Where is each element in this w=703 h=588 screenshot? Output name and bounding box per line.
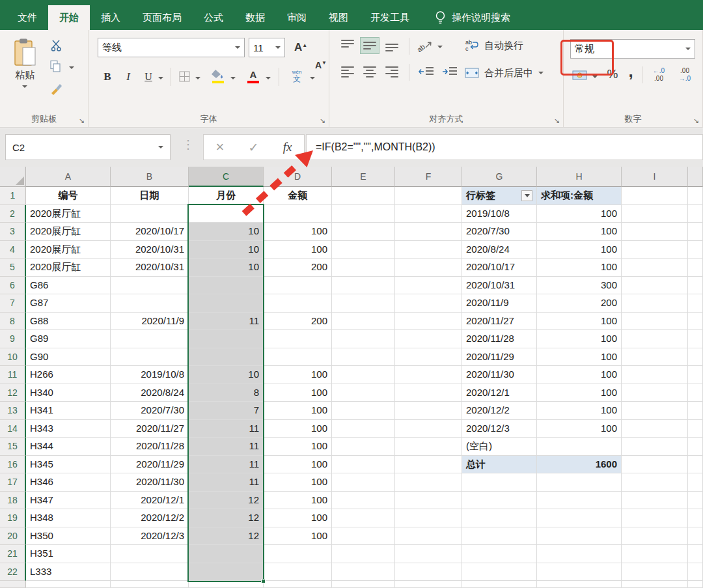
cell-A7[interactable]: G87 bbox=[26, 294, 111, 313]
cell-H7[interactable]: 200 bbox=[537, 294, 622, 313]
cell-A11[interactable]: H266 bbox=[26, 366, 111, 384]
cell-I21[interactable] bbox=[622, 545, 688, 563]
cell-C12[interactable]: 8 bbox=[189, 384, 264, 402]
cell-E8[interactable] bbox=[332, 313, 395, 331]
col-header-C[interactable]: C bbox=[189, 167, 264, 187]
cell-D14[interactable]: 100 bbox=[264, 420, 332, 438]
merge-center-button[interactable]: 合并后居中 bbox=[465, 64, 562, 82]
col-header-G[interactable]: G bbox=[462, 167, 537, 187]
cell-F9[interactable] bbox=[395, 330, 462, 348]
format-painter-button[interactable] bbox=[48, 81, 65, 96]
row-header-22[interactable]: 22 bbox=[0, 563, 26, 581]
row-header-11[interactable]: 11 bbox=[0, 366, 26, 384]
bold-button[interactable]: B bbox=[99, 68, 116, 86]
row-header-19[interactable]: 19 bbox=[0, 509, 26, 527]
cell-C4[interactable]: 10 bbox=[189, 241, 264, 259]
row-header-15[interactable]: 15 bbox=[0, 438, 26, 456]
copy-dropdown[interactable] bbox=[69, 66, 74, 72]
cell-B21[interactable] bbox=[111, 545, 189, 563]
italic-button[interactable]: I bbox=[120, 68, 137, 86]
cell-E19[interactable] bbox=[332, 509, 395, 527]
cell-E20[interactable] bbox=[332, 527, 395, 546]
cell-I6[interactable] bbox=[622, 277, 688, 295]
cell-I7[interactable] bbox=[622, 294, 688, 313]
cell-F8[interactable] bbox=[395, 313, 462, 331]
cell-B1[interactable]: 日期 bbox=[111, 187, 189, 205]
merge-center-dropdown[interactable] bbox=[538, 72, 544, 77]
cell-C16[interactable]: 11 bbox=[189, 456, 264, 474]
align-top-button[interactable] bbox=[338, 38, 357, 53]
col-header-A[interactable]: A bbox=[26, 167, 111, 187]
cell-H19[interactable] bbox=[537, 509, 622, 527]
cell-H4[interactable]: 100 bbox=[537, 241, 622, 259]
cell-H9[interactable]: 100 bbox=[537, 330, 622, 348]
cell-F17[interactable] bbox=[395, 473, 462, 492]
cell-E13[interactable] bbox=[332, 402, 395, 420]
cell-G7[interactable]: 2020/11/9 bbox=[462, 294, 537, 313]
cell-B18[interactable]: 2020/12/1 bbox=[111, 492, 189, 510]
cell-G15[interactable]: (空白) bbox=[462, 438, 537, 456]
cell-I14[interactable] bbox=[622, 420, 688, 438]
ribbon-tab-6[interactable]: 审阅 bbox=[276, 5, 318, 30]
cell-I12[interactable] bbox=[622, 384, 688, 402]
row-header-5[interactable]: 5 bbox=[0, 259, 26, 277]
cell-I13[interactable] bbox=[622, 402, 688, 420]
cell-E5[interactable] bbox=[332, 259, 395, 277]
cell-D12[interactable]: 100 bbox=[264, 384, 332, 402]
clipboard-dialog-launcher[interactable]: ↘ bbox=[79, 117, 85, 124]
insert-function-button[interactable]: fx bbox=[283, 140, 292, 154]
font-color-button[interactable]: A bbox=[245, 66, 262, 86]
tell-me-search[interactable]: 操作说明搜索 bbox=[435, 5, 510, 30]
row-header-4[interactable]: 4 bbox=[0, 241, 26, 259]
cell-B11[interactable]: 2019/10/8 bbox=[111, 366, 189, 384]
cell-C7[interactable] bbox=[189, 294, 264, 313]
font-name-combo[interactable]: 等线 bbox=[98, 38, 245, 57]
orientation-dropdown[interactable] bbox=[437, 46, 443, 51]
cell-D15[interactable]: 100 bbox=[264, 438, 332, 456]
cell-C15[interactable]: 11 bbox=[189, 438, 264, 456]
cell-F7[interactable] bbox=[395, 294, 462, 313]
cell-E22[interactable] bbox=[332, 563, 395, 581]
font-dialog-launcher[interactable]: ↘ bbox=[320, 117, 325, 124]
row-header-21[interactable]: 21 bbox=[0, 545, 26, 563]
cell-E11[interactable] bbox=[332, 366, 395, 384]
cell-C1[interactable]: 月份 bbox=[189, 187, 264, 205]
cell-D5[interactable]: 200 bbox=[264, 259, 332, 277]
cell-A22[interactable]: L333 bbox=[26, 563, 111, 581]
cell-A8[interactable]: G88 bbox=[26, 313, 111, 331]
cell-G22[interactable] bbox=[462, 563, 537, 581]
cell-I16[interactable] bbox=[622, 456, 688, 474]
cell-B16[interactable]: 2020/11/29 bbox=[111, 456, 189, 474]
cell-E14[interactable] bbox=[332, 420, 395, 438]
cell-I10[interactable] bbox=[622, 348, 688, 367]
cell-A20[interactable]: H350 bbox=[26, 527, 111, 546]
number-dialog-launcher[interactable]: ↘ bbox=[693, 117, 699, 124]
cell-C9[interactable] bbox=[189, 330, 264, 348]
cell-I5[interactable] bbox=[622, 259, 688, 277]
cell-F21[interactable] bbox=[395, 545, 462, 563]
cell-G12[interactable]: 2020/12/1 bbox=[462, 384, 537, 402]
number-format-combo[interactable]: 常规 bbox=[570, 39, 695, 59]
cell-E6[interactable] bbox=[332, 277, 395, 295]
row-header-20[interactable]: 20 bbox=[0, 527, 26, 546]
row-header-2[interactable]: 2 bbox=[0, 205, 26, 223]
align-right-button[interactable] bbox=[383, 64, 401, 79]
cell-H16[interactable]: 1600 bbox=[537, 456, 622, 474]
cell-G10[interactable]: 2020/11/29 bbox=[462, 348, 537, 367]
cell-D21[interactable] bbox=[264, 545, 332, 563]
cell-F1[interactable] bbox=[395, 187, 462, 205]
cell-D10[interactable] bbox=[264, 348, 332, 367]
cell-C13[interactable]: 7 bbox=[189, 402, 264, 420]
cell-A9[interactable]: G89 bbox=[26, 330, 111, 348]
row-header-6[interactable]: 6 bbox=[0, 277, 26, 295]
cell-F13[interactable] bbox=[395, 402, 462, 420]
cell-C22[interactable] bbox=[189, 563, 264, 581]
comma-style-button[interactable]: , bbox=[624, 61, 638, 81]
cell-G21[interactable] bbox=[462, 545, 537, 563]
cell-H15[interactable] bbox=[537, 438, 622, 456]
cell-F6[interactable] bbox=[395, 277, 462, 295]
cell-H3[interactable]: 100 bbox=[537, 223, 622, 241]
cell-C3[interactable]: 10 bbox=[189, 223, 264, 241]
cell-F19[interactable] bbox=[395, 509, 462, 527]
col-header-F[interactable]: F bbox=[395, 167, 462, 187]
